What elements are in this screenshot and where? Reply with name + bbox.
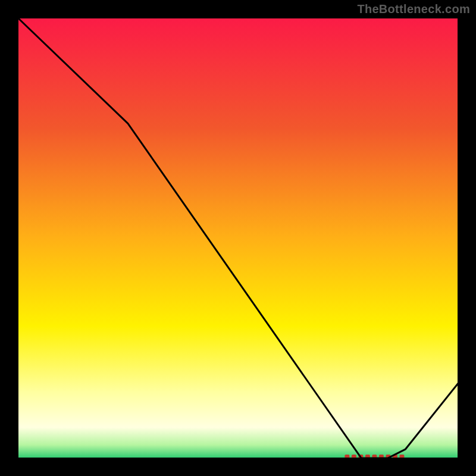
watermark-text: TheBottleneck.com xyxy=(357,2,470,16)
chart-svg xyxy=(0,0,476,476)
svg-rect-1 xyxy=(18,18,458,458)
chart-container: TheBottleneck.com xyxy=(0,0,476,476)
